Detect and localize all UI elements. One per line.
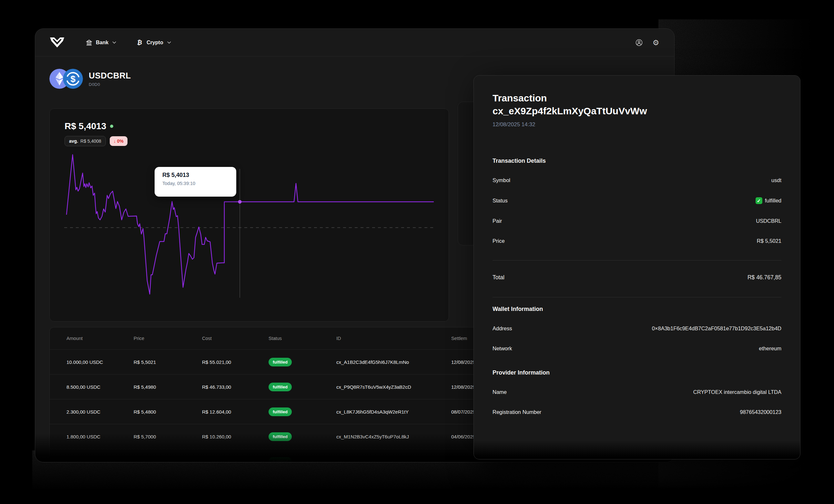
status-badge: fulfilled [268, 382, 292, 391]
chevron-down-icon [167, 41, 171, 44]
section-provider-information: Provider Information [492, 369, 782, 376]
col-header-price: Price [134, 336, 202, 341]
nav-item-bank[interactable]: Bank [86, 39, 116, 46]
col-header-cost: Cost [202, 336, 268, 341]
col-header-id: ID [336, 336, 451, 341]
cell-amount: 2.300,00 USDC [66, 409, 134, 415]
section-transaction-details: Transaction Details [492, 157, 782, 165]
cell-cost: R$ 46.733,00 [202, 384, 268, 390]
cell-cost: R$ 10.260,00 [202, 434, 268, 439]
live-dot [110, 125, 113, 128]
cell-price: R$ 5,5021 [134, 359, 202, 365]
modal-title: Transaction cx_eX9Zp4f2kLmXyQaTtUuVvWw [492, 92, 782, 117]
total-row: Total R$ 46.767,85 [492, 274, 782, 281]
cell-status: fulfilled [268, 382, 336, 391]
provider-row-registration: Registration Number 98765432000123 [492, 409, 782, 415]
wallet-row-network: Network ethereum [492, 346, 782, 352]
account-icon[interactable] [635, 39, 643, 47]
cell-status: fulfilled [268, 358, 336, 367]
cell-amount: 10.000,00 USDC [66, 359, 134, 365]
tooltip-time: Today, 05:39:10 [162, 181, 228, 186]
detail-row-price: Price R$ 5,5021 [492, 238, 782, 244]
bitcoin-icon: ₿ [136, 39, 143, 46]
provider-row-name: Name CRYPTOEX intercambio digital LTDA [492, 389, 782, 395]
chevron-down-icon [112, 41, 116, 44]
cell-status: fulfilled [268, 457, 336, 463]
price-block: R$ 5,4013 avg. R$ 5,4008 ↓ 0% [65, 121, 128, 146]
nav-item-crypto[interactable]: ₿ Crypto [136, 39, 171, 46]
bank-icon [86, 39, 93, 46]
wallet-address: 0×8A3b1F6c9E4dB7C2aF0581e77b1D92c3E5a12b… [652, 326, 782, 332]
price-line [66, 155, 434, 294]
nav-item-bank-label: Bank [96, 40, 108, 45]
cell-price: R$ 5,4980 [134, 384, 202, 390]
modal-datetime: 12/08/2025 14:32 [492, 122, 782, 128]
col-header-status: Status [268, 336, 336, 341]
avg-price-badge: avg. R$ 5,4008 [65, 136, 106, 146]
cell-id: cx_L8K7J6hG5fD4sA3qW2eR1tY [336, 409, 451, 415]
transaction-modal: Transaction cx_eX9Zp4f2kLmXyQaTtUuVvWw 1… [474, 75, 800, 459]
wallet-row-address: Address 0×8A3b1F6c9E4dB7C2aF0581e77b1D92… [492, 326, 782, 332]
pair-subtitle: D0D0 [89, 82, 131, 87]
pair-coin-icons: $ [49, 69, 83, 89]
status-badge: fulfilled [268, 457, 292, 463]
change-badge: ↓ 0% [110, 136, 128, 146]
detail-row-pair: Pair USDCBRL [492, 218, 782, 224]
status-text: fulfilled [765, 198, 782, 204]
current-price: R$ 5,4013 [65, 121, 106, 131]
detail-row-symbol: Symbol usdt [492, 177, 782, 183]
cell-cost: R$ 55.021,00 [202, 359, 268, 365]
status-badge: fulfilled [268, 358, 292, 367]
top-nav: Bank ₿ Crypto [35, 29, 674, 57]
cell-price: R$ 5,7000 [134, 434, 202, 439]
detail-row-status: Status ✓ fulfilled [492, 197, 782, 204]
pair-title: USDCBRL [89, 71, 131, 81]
section-wallet-information: Wallet Information [492, 306, 782, 312]
cell-id: cx_A1B2C3dE4fG5hI6J7K8LmNo [336, 359, 451, 365]
cell-status: fulfilled [268, 408, 336, 416]
cell-id: cx_M1N2B3vC4xZ5yT6uP7oL8kJ [336, 434, 451, 439]
divider [492, 260, 782, 261]
col-header-amount: Amount [66, 336, 134, 341]
cell-id: cx_P9Q8R7sT6uV5wX4yZ3aB2cD [336, 384, 451, 390]
usdc-coin-icon: $ [63, 69, 83, 89]
cell-status: fulfilled [268, 432, 336, 441]
divider [492, 297, 782, 298]
check-icon: ✓ [755, 197, 762, 204]
price-chart-card[interactable]: R$ 5,4013 avg. R$ 5,4008 ↓ 0% R$ 5,4013 … [49, 109, 449, 322]
status-badge: fulfilled [268, 408, 292, 416]
gear-icon[interactable]: ⚙ [652, 39, 660, 47]
cell-amount: 8.500,00 USDC [66, 384, 134, 390]
cursor-dot [238, 200, 242, 204]
cell-cost: R$ 12.604,00 [202, 409, 268, 415]
cell-amount: 1.800,00 USDC [66, 434, 134, 439]
chart-tooltip: R$ 5,4013 Today, 05:39:10 [155, 167, 236, 197]
nav-item-crypto-label: Crypto [147, 40, 163, 45]
tooltip-price: R$ 5,4013 [162, 172, 228, 178]
svg-text:$: $ [70, 74, 75, 84]
status-badge: fulfilled [268, 432, 292, 441]
cell-price: R$ 5,4800 [134, 409, 202, 415]
bull-logo[interactable] [49, 36, 66, 49]
